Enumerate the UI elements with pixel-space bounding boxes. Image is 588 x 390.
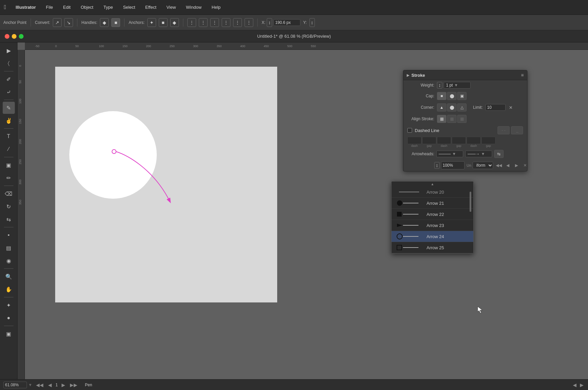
panel-forward[interactable]: ▶ — [513, 162, 520, 169]
y-stepper[interactable]: ↕ — [309, 18, 315, 27]
weight-stepper[interactable]: ↕ — [437, 82, 442, 89]
tool-pen-freeform[interactable]: ✐ — [3, 73, 15, 85]
menu-select[interactable]: Select — [121, 4, 137, 10]
cap-round[interactable]: ⬤ — [447, 92, 456, 100]
menu-file[interactable]: File — [44, 4, 55, 10]
tool-lasso[interactable]: ⤶ — [3, 86, 15, 98]
limit-x-btn[interactable]: ✕ — [509, 105, 513, 110]
zoom-input[interactable] — [3, 382, 27, 388]
menu-help[interactable]: Help — [210, 4, 223, 10]
tool-mirror[interactable]: ⇆ — [3, 213, 15, 225]
tool-direct-select[interactable]: 〈 — [3, 57, 15, 69]
anchors-icon-1[interactable]: ✦ — [147, 18, 156, 27]
minimize-button[interactable] — [12, 34, 16, 39]
tool-pen[interactable]: ✎ — [3, 102, 15, 114]
arrowhead-end-selector[interactable]: ——→ ▼ — [465, 151, 492, 157]
dash-preset-2[interactable]: ⎯ — [511, 126, 523, 134]
align-outside[interactable]: ▦ — [457, 115, 467, 123]
canvas-area[interactable]: -50 0 50 100 150 200 250 300 350 400 450… — [17, 42, 588, 379]
weight-dropdown[interactable]: 1 pt ▼ — [444, 82, 471, 89]
align-icon-6[interactable]: ⋮ — [245, 18, 253, 27]
uniform-dropdown[interactable]: iform — [473, 162, 493, 169]
arrow-item-22[interactable]: Arrow 22 — [392, 209, 473, 220]
tool-brush[interactable]: ✌ — [3, 115, 15, 127]
corner-bevel[interactable]: △ — [457, 103, 467, 111]
gap-2[interactable] — [452, 137, 466, 144]
dropdown-scroll-up[interactable]: ▲ — [392, 182, 473, 187]
panel-back[interactable]: ◀ — [504, 162, 511, 169]
convert-icon-1[interactable]: ↗ — [53, 18, 62, 27]
align-icon-4[interactable]: ⋮ — [222, 18, 230, 27]
menu-object[interactable]: Object — [79, 4, 96, 10]
nav-last[interactable]: ▶▶ — [69, 382, 78, 388]
canvas-scroll-left[interactable]: ◀ — [572, 382, 578, 388]
dash-preset-1[interactable]: - - — [498, 126, 510, 134]
cap-butt[interactable]: ■ — [437, 92, 446, 100]
panel-prev[interactable]: ◀◀ — [495, 162, 503, 169]
align-inside[interactable]: ▦ — [447, 115, 456, 123]
x-input[interactable] — [273, 19, 300, 26]
arrowhead-start-selector[interactable]: ——— ▼ — [436, 151, 463, 157]
scale-input[interactable] — [441, 161, 465, 169]
nav-next[interactable]: ▶ — [61, 382, 66, 388]
anchors-icon-2[interactable]: ■ — [159, 18, 168, 27]
handles-icon-1[interactable]: ◆ — [100, 18, 109, 27]
arrowhead-dropdown[interactable]: ▲ Arrow 20 — [391, 181, 474, 254]
menu-effect[interactable]: Effect — [143, 4, 158, 10]
tool-rect[interactable]: ▣ — [3, 159, 15, 171]
tool-select[interactable]: ▶ — [3, 44, 15, 57]
limit-input[interactable] — [485, 104, 506, 111]
cap-square[interactable]: ▣ — [457, 92, 467, 100]
canvas-scroll-right[interactable]: ▶ — [579, 382, 585, 388]
align-icon-1[interactable]: ⋮ — [187, 18, 196, 27]
tool-puppet[interactable]: ● — [3, 312, 15, 324]
tool-fill-stroke[interactable]: ▣ — [3, 328, 15, 340]
dash-1[interactable] — [407, 137, 421, 144]
dash-3[interactable] — [467, 137, 481, 144]
tool-zoom[interactable]: 🔍 — [3, 270, 15, 283]
tool-blend[interactable]: ◉ — [3, 255, 15, 267]
tool-hand[interactable]: ✋ — [3, 283, 15, 295]
arrow-item-20[interactable]: Arrow 20 — [392, 187, 473, 198]
anchors-icon-3[interactable]: ◆ — [170, 18, 179, 27]
arrow-item-21[interactable]: Arrow 21 — [392, 198, 473, 209]
tool-symbol[interactable]: ✦ — [3, 299, 15, 311]
scale-stepper[interactable]: ↕ — [434, 162, 440, 169]
app-name[interactable]: Illustrator — [14, 4, 38, 10]
align-center[interactable]: ▦ — [437, 115, 446, 123]
tool-rotate[interactable]: ↻ — [3, 200, 15, 213]
dashed-line-checkbox[interactable] — [407, 128, 412, 133]
arrow-item-24[interactable]: Arrow 24 — [392, 231, 473, 242]
tool-pencil[interactable]: ✏ — [3, 172, 15, 184]
close-button[interactable] — [5, 34, 9, 39]
tool-graph[interactable]: ▪ — [3, 229, 15, 241]
align-icon-5[interactable]: ⋮ — [233, 18, 242, 27]
corner-round[interactable]: ⬤ — [447, 103, 456, 111]
align-icon-3[interactable]: ⋮ — [210, 18, 219, 27]
menu-type[interactable]: Type — [101, 4, 115, 10]
convert-icon-2[interactable]: ↘ — [64, 18, 73, 27]
arrow-item-23[interactable]: Arrow 23 — [392, 220, 473, 231]
menu-window[interactable]: Window — [184, 4, 204, 10]
x-stepper[interactable]: ↕ — [267, 18, 272, 27]
gap-3[interactable] — [481, 137, 495, 144]
stroke-collapse-icon[interactable]: ▶ — [407, 73, 409, 77]
tool-type[interactable]: T — [3, 130, 15, 142]
nav-first[interactable]: ◀◀ — [35, 382, 44, 388]
arrowhead-swap[interactable]: ⇆ — [494, 150, 504, 158]
tool-eraser[interactable]: ⌫ — [3, 188, 15, 200]
dash-2[interactable] — [437, 137, 451, 144]
artboard-container[interactable]: ▶ Stroke ≡ Weight: ↕ 1 pt ▼ — [25, 50, 588, 379]
tool-line[interactable]: ∕ — [3, 143, 15, 155]
arrow-item-25[interactable]: Arrow 25 — [392, 242, 473, 253]
stroke-panel-menu[interactable]: ≡ — [521, 72, 524, 78]
panel-end[interactable]: ✕ — [521, 162, 529, 169]
handles-icon-2[interactable]: ■ — [111, 18, 120, 27]
menu-edit[interactable]: Edit — [61, 4, 73, 10]
corner-miter[interactable]: ▲ — [437, 103, 446, 111]
align-icon-2[interactable]: ⋮ — [199, 18, 208, 27]
tool-gradient[interactable]: ▤ — [3, 242, 15, 254]
menu-view[interactable]: View — [164, 4, 178, 10]
gap-1[interactable] — [422, 137, 436, 144]
nav-prev[interactable]: ◀ — [47, 382, 53, 388]
